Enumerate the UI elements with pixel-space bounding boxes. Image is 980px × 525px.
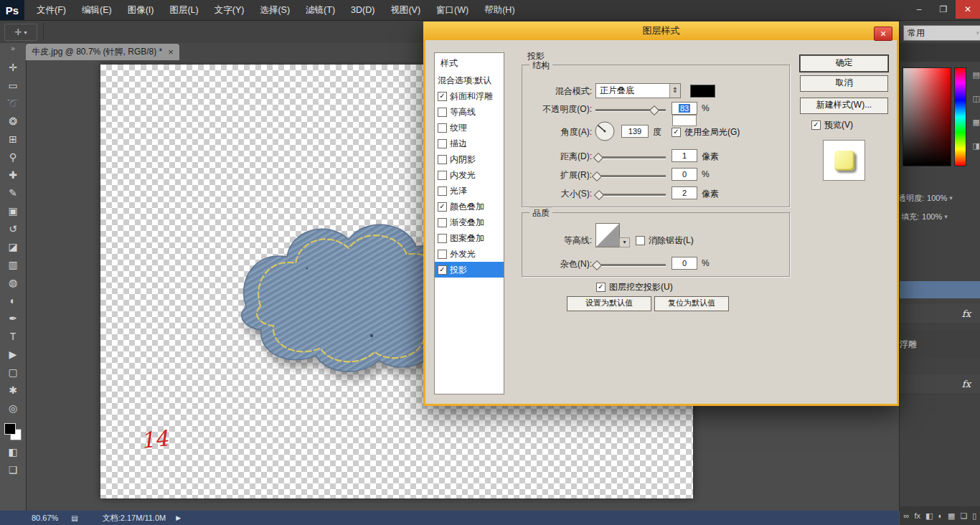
marquee-tool[interactable]: ▭	[4, 77, 22, 94]
layer-effects-row[interactable]: fx	[900, 304, 980, 324]
spread-input[interactable]: 0	[672, 168, 697, 181]
style-item[interactable]: 内阴影	[435, 151, 504, 167]
noise-input[interactable]: 0	[672, 257, 697, 270]
style-checkbox[interactable]	[438, 265, 447, 275]
minimize-button[interactable]: –	[907, 0, 931, 19]
effects-icon[interactable]: fx	[914, 511, 920, 520]
menu-item[interactable]: 文字(Y)	[207, 0, 253, 20]
blur-tool[interactable]: ◍	[4, 274, 22, 291]
menu-item[interactable]: 帮助(H)	[476, 0, 522, 20]
menu-item[interactable]: 视图(V)	[382, 0, 428, 20]
layer-row[interactable]: 浮雕	[900, 330, 980, 359]
menu-item[interactable]: 3D(D)	[343, 0, 382, 20]
zoom-level[interactable]: 80.67%	[32, 514, 58, 522]
menu-item[interactable]: 窗口(W)	[428, 0, 476, 20]
workspace-preset-dropdown[interactable]: 常用 ▾	[903, 25, 980, 41]
dodge-tool[interactable]: ◐	[4, 292, 22, 309]
tool-preset-button[interactable]: ✛ ▾	[4, 24, 37, 41]
ok-button[interactable]: 确定	[800, 55, 888, 72]
menu-item[interactable]: 编辑(E)	[74, 0, 120, 20]
style-item[interactable]: 斜面和浮雕	[435, 88, 504, 104]
style-checkbox[interactable]	[438, 139, 447, 148]
pen-tool[interactable]: ✒	[4, 310, 22, 327]
size-slider[interactable]	[595, 190, 666, 199]
layer-effects-row[interactable]: fx	[900, 374, 980, 394]
quick-mask-button[interactable]: ◧	[4, 443, 22, 460]
panel-icon-4[interactable]: ◨	[973, 141, 980, 151]
style-item[interactable]: 图案叠加	[435, 230, 504, 246]
noise-slider[interactable]	[595, 260, 666, 269]
contour-thumbnail[interactable]	[595, 223, 620, 247]
history-brush-tool[interactable]: ↺	[4, 220, 22, 237]
mask-icon[interactable]: ◧	[925, 511, 933, 521]
tab-close-icon[interactable]: ×	[168, 47, 174, 57]
delete-icon[interactable]: ▯	[972, 511, 976, 521]
size-input[interactable]: 2	[672, 186, 697, 199]
style-checkbox[interactable]	[438, 108, 447, 117]
panel-icon-1[interactable]: ▤	[973, 70, 980, 80]
healing-brush-tool[interactable]: ✚	[4, 166, 22, 184]
style-checkbox[interactable]	[438, 250, 447, 259]
shadow-color-swatch[interactable]	[690, 85, 715, 98]
crop-tool[interactable]: ⊞	[4, 131, 22, 148]
dialog-title-bar[interactable]: 图层样式	[423, 22, 899, 40]
spinner-icon[interactable]: ⇕	[669, 84, 680, 98]
lasso-tool[interactable]: ➰	[4, 95, 22, 112]
style-item[interactable]: 纹理	[435, 120, 504, 136]
zoom-tool[interactable]: ◎	[4, 399, 22, 417]
new-style-button[interactable]: 新建样式(W)...	[800, 98, 888, 114]
distance-input[interactable]: 1	[672, 149, 697, 162]
link-icon[interactable]: ∞	[904, 511, 910, 520]
menu-item[interactable]: 图像(I)	[120, 0, 162, 20]
quick-selection-tool[interactable]: ❂	[4, 113, 22, 130]
style-item[interactable]: 光泽	[435, 183, 504, 199]
group-icon[interactable]: ▦	[948, 511, 955, 521]
angle-input[interactable]: 139	[621, 125, 649, 138]
style-item[interactable]: 内发光	[435, 167, 504, 183]
document-tab[interactable]: 牛皮.jpg @ 80.7% (针脚, RGB/8) * ×	[26, 44, 179, 60]
chevron-down-icon[interactable]: ▾	[944, 213, 948, 220]
style-checkbox[interactable]	[438, 92, 447, 101]
selected-layer-row[interactable]	[900, 281, 980, 298]
style-item[interactable]: 混合选项:默认	[435, 72, 504, 88]
distance-slider[interactable]	[595, 153, 666, 161]
hue-strip[interactable]	[954, 67, 966, 166]
spread-slider[interactable]	[595, 171, 666, 180]
layer-opacity-value[interactable]: 100%	[927, 194, 947, 202]
screen-mode-button[interactable]: ❏	[4, 461, 22, 478]
style-checkbox[interactable]	[438, 155, 447, 164]
path-selection-tool[interactable]: ▶	[4, 346, 22, 363]
menu-item[interactable]: 滤镜(T)	[298, 0, 343, 20]
color-picker-field[interactable]	[903, 67, 951, 166]
layer-fill-value[interactable]: 100%	[922, 212, 942, 221]
panel-icon-2[interactable]: ◫	[973, 94, 980, 103]
collapse-panel-icon[interactable]: »	[11, 44, 15, 55]
style-checkbox[interactable]	[438, 123, 447, 133]
eyedropper-tool[interactable]: ⚲	[4, 148, 22, 166]
chevron-down-icon[interactable]: ▾	[949, 194, 953, 202]
clone-stamp-tool[interactable]: ▣	[4, 202, 22, 219]
menu-item[interactable]: 图层(L)	[161, 0, 206, 20]
shape-tool[interactable]: ▢	[4, 364, 22, 381]
eraser-tool[interactable]: ◪	[4, 238, 22, 255]
cancel-button[interactable]: 取消	[800, 75, 888, 92]
reset-default-button[interactable]: 复位为默认值	[654, 296, 729, 311]
new-layer-icon[interactable]: ❏	[960, 511, 967, 521]
move-tool[interactable]: ✛	[4, 59, 22, 76]
angle-dial[interactable]	[593, 120, 616, 143]
hand-tool[interactable]: ✱	[4, 382, 22, 399]
restore-button[interactable]: ❐	[931, 0, 956, 19]
style-checkbox[interactable]	[438, 234, 447, 243]
style-item[interactable]: 投影	[435, 262, 504, 278]
panel-icon-3[interactable]: ▦	[973, 118, 980, 127]
preview-checkbox[interactable]	[811, 120, 821, 130]
close-button[interactable]: ✕	[956, 0, 980, 19]
style-item[interactable]: 描边	[435, 136, 504, 151]
menu-item[interactable]: 文件(F)	[29, 0, 74, 20]
antialias-checkbox[interactable]	[636, 236, 645, 245]
style-item[interactable]: 渐变叠加	[435, 214, 504, 230]
knockout-checkbox[interactable]	[596, 283, 606, 292]
style-checkbox[interactable]	[438, 171, 447, 180]
style-item[interactable]: 颜色叠加	[435, 199, 504, 214]
adjustment-icon[interactable]: ◐	[938, 511, 943, 520]
